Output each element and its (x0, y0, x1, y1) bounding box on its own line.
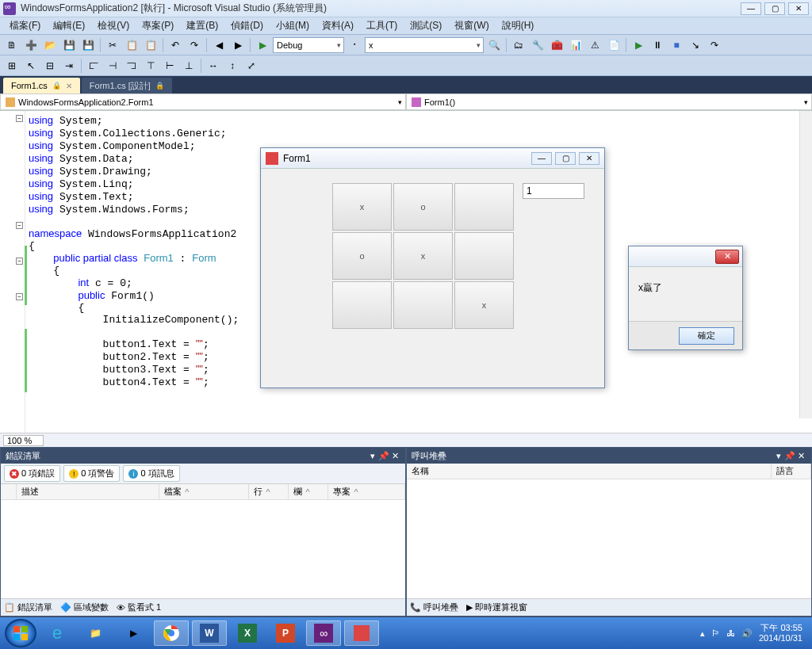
cell-4[interactable]: x (393, 232, 453, 280)
close-panel-button[interactable]: ✕ (795, 451, 806, 461)
open-button[interactable]: 📂 (41, 36, 59, 54)
menu-view[interactable]: 檢視(V) (91, 17, 136, 34)
menu-edit[interactable]: 編輯(E) (47, 17, 91, 34)
form1-titlebar[interactable]: Form1 ― ▢ ✕ (261, 148, 604, 169)
step-into-button[interactable]: ↘ (687, 36, 704, 54)
new-project-button[interactable]: 🗎 (3, 36, 21, 54)
menu-test[interactable]: 測試(S) (404, 17, 448, 34)
panel-header[interactable]: 呼叫堆疊 ▾ 📌 ✕ (407, 448, 811, 464)
col-col[interactable]: 欄 ^ (289, 484, 328, 499)
tray-up-icon[interactable]: ▴ (700, 628, 705, 639)
excel-icon[interactable]: X (230, 620, 265, 646)
save-all-button[interactable]: 💾 (79, 36, 97, 54)
solution-explorer-button[interactable]: 🗂 (510, 36, 527, 54)
minimize-button[interactable]: ― (741, 2, 761, 15)
tray-volume-icon[interactable]: 🔊 (741, 628, 753, 639)
menu-project[interactable]: 專案(P) (136, 17, 180, 34)
word-icon[interactable]: W (192, 620, 227, 646)
form1-minimize-button[interactable]: ― (531, 152, 552, 165)
taskbar-clock[interactable]: 下午 03:55 2014/10/31 (759, 623, 807, 643)
msgbox-close-button[interactable]: ✕ (715, 250, 739, 264)
fold-toggle[interactable]: − (16, 258, 23, 265)
menu-build[interactable]: 建置(B) (180, 17, 224, 34)
warnings-filter-button[interactable]: !0 項警告 (63, 465, 120, 482)
tool-grid[interactable]: ⊟ (41, 57, 59, 74)
properties-button[interactable]: 🔧 (529, 36, 546, 54)
cell-5[interactable] (454, 232, 514, 280)
align-bottom-button[interactable]: ⊥ (180, 57, 197, 74)
form1-close-button[interactable]: ✕ (579, 152, 599, 165)
tab-form1-cs[interactable]: Form1.cs 🔒 ✕ (3, 78, 80, 94)
nav-back-button[interactable]: ◀ (210, 36, 228, 54)
col-name[interactable]: 名稱 (407, 464, 772, 479)
fold-toggle[interactable]: − (16, 293, 23, 300)
tool-tab[interactable]: ⇥ (60, 57, 78, 74)
platform-button[interactable]: ・ (346, 36, 363, 54)
undo-button[interactable]: ↶ (167, 36, 184, 54)
menu-tools[interactable]: 工具(T) (360, 17, 404, 34)
tool-cursor[interactable]: ↖ (22, 57, 40, 74)
cut-button[interactable]: ✂ (104, 36, 121, 54)
error-list-button[interactable]: ⚠ (586, 36, 603, 54)
maximize-button[interactable]: ▢ (764, 2, 785, 15)
close-tab-button[interactable]: ✕ (66, 82, 72, 90)
pin-icon[interactable]: 📌 (784, 451, 795, 461)
pin-icon[interactable]: 📌 (378, 451, 389, 461)
tab-error-list[interactable]: 📋 錯誤清單 (4, 601, 52, 613)
type-nav-combo[interactable]: WindowsFormsApplication2.Form1 (0, 94, 406, 110)
redo-button[interactable]: ↷ (186, 36, 203, 54)
fold-toggle[interactable]: − (16, 222, 23, 229)
messages-filter-button[interactable]: i0 項訊息 (123, 465, 179, 482)
config-combo[interactable]: Debug (273, 37, 344, 53)
panel-header[interactable]: 錯誤清單 ▾ 📌 ✕ (1, 448, 405, 464)
cell-0[interactable]: x (332, 183, 392, 231)
startup-combo[interactable]: x (365, 37, 484, 53)
tab-form1-design[interactable]: Form1.cs [設計] 🔒 (82, 78, 172, 94)
cell-3[interactable]: o (332, 232, 392, 280)
ie-icon[interactable]: e (40, 620, 75, 646)
step-over-button[interactable]: ↷ (706, 36, 723, 54)
tab-locals[interactable]: 🔷 區域變數 (60, 601, 109, 613)
system-tray[interactable]: ▴ 🏳 🖧 🔊 下午 03:55 2014/10/31 (700, 623, 807, 643)
col-line[interactable]: 行 ^ (249, 484, 289, 499)
col-icon[interactable] (1, 484, 17, 499)
form1-window[interactable]: Form1 ― ▢ ✕ x o o x x (260, 147, 605, 388)
close-panel-button[interactable]: ✕ (389, 451, 400, 461)
start-debug-button[interactable]: ▶ (254, 36, 271, 54)
col-file[interactable]: 檔案 ^ (159, 484, 249, 499)
close-button[interactable]: ✕ (788, 2, 809, 15)
chrome-icon[interactable] (154, 620, 189, 646)
class-view-button[interactable]: 📊 (567, 36, 584, 54)
cell-1[interactable]: o (393, 183, 453, 231)
dropdown-icon[interactable]: ▾ (367, 451, 378, 461)
errors-filter-button[interactable]: ✖0 項錯誤 (4, 465, 60, 482)
msgbox-titlebar[interactable]: ✕ (629, 246, 742, 267)
menu-team[interactable]: 小組(M) (270, 17, 316, 34)
align-center-button[interactable]: ⊣ (104, 57, 121, 74)
error-table-body[interactable] (1, 500, 405, 598)
fold-toggle[interactable]: − (16, 115, 23, 122)
menu-data[interactable]: 資料(A) (316, 17, 360, 34)
size-width-button[interactable]: ↔ (205, 57, 222, 74)
tab-callstack[interactable]: 📞 呼叫堆疊 (410, 601, 458, 613)
powerpoint-icon[interactable]: P (268, 620, 303, 646)
media-player-icon[interactable]: ▶ (116, 620, 151, 646)
code-content[interactable]: using System; using System.Collections.G… (29, 114, 239, 388)
save-button[interactable]: 💾 (60, 36, 78, 54)
tool-align[interactable]: ⊞ (3, 57, 21, 74)
align-right-button[interactable]: ⫎ (123, 57, 140, 74)
align-middle-button[interactable]: ⊢ (161, 57, 178, 74)
tab-watch[interactable]: 👁 監看式 1 (117, 601, 161, 613)
start-button[interactable] (5, 619, 36, 647)
tray-network-icon[interactable]: 🖧 (726, 628, 735, 638)
callstack-body[interactable] (407, 479, 811, 598)
stop-button[interactable]: ■ (668, 36, 685, 54)
explorer-icon[interactable]: 📁 (78, 620, 113, 646)
vs-taskbar-icon[interactable]: ∞ (306, 620, 341, 646)
continue-button[interactable]: ▶ (630, 36, 647, 54)
copy-button[interactable]: 📋 (123, 36, 140, 54)
menu-window[interactable]: 視窗(W) (448, 17, 495, 34)
tray-flag-icon[interactable]: 🏳 (711, 628, 720, 638)
add-item-button[interactable]: ➕ (22, 36, 40, 54)
toolbox-button[interactable]: 🧰 (548, 36, 565, 54)
